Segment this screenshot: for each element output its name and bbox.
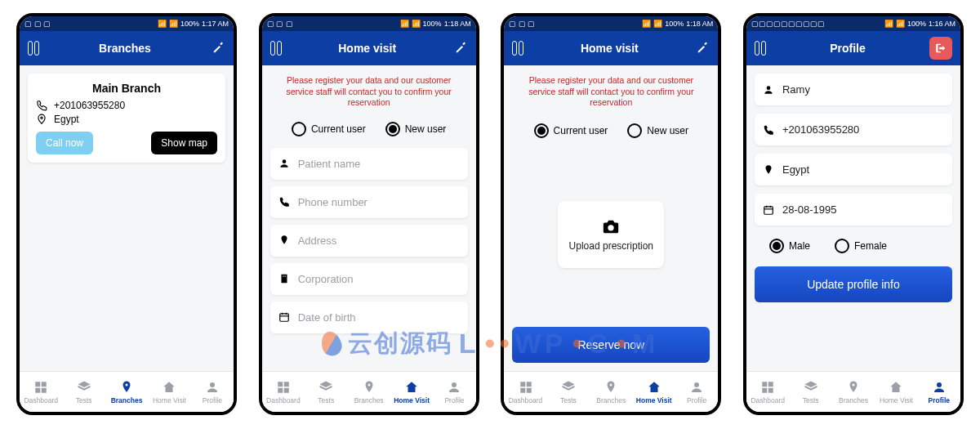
nav-label: Tests (76, 396, 92, 404)
country-value: Egypt (54, 114, 79, 125)
nav-branches[interactable]: Branches (347, 372, 390, 412)
call-button[interactable]: Call now (36, 132, 93, 154)
nav-profile[interactable]: Profile (191, 372, 234, 412)
nav-label: Profile (687, 396, 706, 404)
country-field[interactable]: Egypt (755, 154, 952, 185)
nav-label: Home Visit (153, 396, 186, 404)
nav-tests[interactable]: Tests (789, 372, 831, 412)
nav-dashboard[interactable]: Dashboard (20, 372, 62, 412)
page-title: Branches (39, 42, 211, 55)
pin-icon (846, 380, 861, 395)
svg-point-20 (452, 382, 457, 387)
svg-rect-22 (520, 382, 525, 387)
nav-home-visit[interactable]: Home Visit (875, 372, 917, 412)
reserve-button[interactable]: Reserve now (512, 327, 710, 363)
location-icon (278, 235, 290, 246)
radio-current-user[interactable]: Current user (292, 122, 366, 136)
nav-branches[interactable]: Branches (105, 372, 148, 412)
syringe-icon[interactable] (695, 41, 710, 56)
phone-number-field[interactable]: Phone number (270, 186, 468, 218)
svg-rect-33 (762, 382, 767, 387)
field-value: 28-08-1995 (782, 203, 837, 216)
syringe-icon[interactable] (211, 41, 225, 56)
profile-icon (205, 380, 220, 395)
corporation-field[interactable]: Corporation (270, 263, 468, 295)
phone-icon (36, 100, 47, 111)
status-bar: ▢ ▢ ▢ 📶📶 100% 1:17 AM (20, 16, 234, 31)
nav-home-visit[interactable]: Home Visit (633, 372, 675, 412)
radio-label: Female (854, 240, 887, 252)
nav-dashboard[interactable]: Dashboard (746, 372, 789, 412)
layers-icon (804, 380, 818, 395)
dob-field[interactable]: Date of birth (270, 302, 468, 333)
status-bar: ▢ ▢ ▢ 📶📶100%1:18 AM (262, 16, 476, 31)
nav-dashboard[interactable]: Dashboard (504, 372, 546, 412)
bottom-nav: Dashboard Tests Branches Home Visit Prof… (746, 371, 960, 412)
nav-label: Profile (929, 396, 950, 404)
nav-profile[interactable]: Profile (918, 372, 960, 412)
location-row: Egypt (36, 114, 217, 125)
battery-level: 100% (423, 20, 442, 28)
pin-icon (604, 380, 618, 395)
svg-rect-18 (284, 387, 289, 392)
svg-rect-2 (42, 382, 47, 387)
svg-point-21 (608, 226, 614, 231)
user-type-radio-group: Current user New user (270, 117, 468, 141)
placeholder: Patient name (298, 158, 361, 170)
nav-home-visit[interactable]: Home Visit (148, 372, 190, 412)
home-icon (889, 380, 903, 395)
field-value: Egypt (782, 163, 809, 176)
nav-tests[interactable]: Tests (547, 372, 590, 412)
nav-home-visit[interactable]: Home Visit (390, 372, 433, 412)
nav-label: Home Visit (636, 396, 672, 404)
instruction-text: Please register your data and our custom… (512, 74, 710, 110)
svg-point-28 (767, 86, 771, 90)
nav-profile[interactable]: Profile (433, 372, 475, 412)
nav-branches[interactable]: Branches (832, 372, 875, 412)
phone-value: +201063955280 (54, 100, 125, 111)
radio-label: Male (789, 240, 810, 252)
location-icon (763, 164, 774, 176)
nav-branches[interactable]: Branches (590, 372, 632, 412)
dob-field[interactable]: 28-08-1995 (755, 194, 952, 226)
placeholder: Address (298, 235, 337, 247)
svg-point-38 (937, 382, 942, 387)
radio-current-user[interactable]: Current user (534, 123, 608, 138)
show-map-button[interactable]: Show map (151, 132, 217, 154)
nav-tests[interactable]: Tests (305, 372, 347, 412)
nav-tests[interactable]: Tests (62, 372, 105, 412)
svg-rect-25 (526, 387, 531, 392)
update-profile-button[interactable]: Update profile info (755, 266, 952, 302)
svg-point-26 (610, 383, 612, 386)
nav-label: Branches (111, 396, 143, 404)
syringe-icon[interactable] (453, 41, 468, 56)
radio-label: New user (405, 123, 447, 135)
nav-profile[interactable]: Profile (675, 372, 718, 412)
phone-branches: ▢ ▢ ▢ 📶📶 100% 1:17 AM Branches Main Bran… (16, 13, 237, 415)
upload-prescription-button[interactable]: Upload prescription (558, 201, 664, 268)
svg-rect-29 (764, 206, 773, 213)
svg-rect-36 (768, 387, 773, 392)
user-type-radio-group: Current user New user (512, 118, 710, 143)
phone-field[interactable]: +201063955280 (755, 114, 952, 145)
svg-rect-24 (520, 387, 525, 392)
radio-icon (534, 123, 549, 138)
clock: 1:17 AM (202, 20, 229, 28)
radio-female[interactable]: Female (835, 239, 887, 253)
placeholder: Phone number (298, 196, 368, 208)
svg-rect-3 (35, 387, 40, 392)
radio-new-user[interactable]: New user (627, 123, 688, 138)
branch-card: Main Branch +201063955280 Egypt Call now… (28, 74, 225, 163)
logout-button[interactable] (929, 37, 952, 60)
nav-label: Tests (318, 396, 334, 404)
gender-radio-group: Male Female (755, 234, 952, 258)
svg-point-37 (852, 383, 854, 386)
radio-new-user[interactable]: New user (385, 122, 447, 136)
name-field[interactable]: Ramy (755, 74, 952, 105)
patient-name-field[interactable]: Patient name (270, 148, 468, 180)
address-field[interactable]: Address (270, 225, 468, 257)
field-value: Ramy (782, 83, 810, 96)
battery-level: 100% (180, 20, 199, 28)
radio-male[interactable]: Male (769, 239, 810, 253)
nav-dashboard[interactable]: Dashboard (262, 372, 305, 412)
